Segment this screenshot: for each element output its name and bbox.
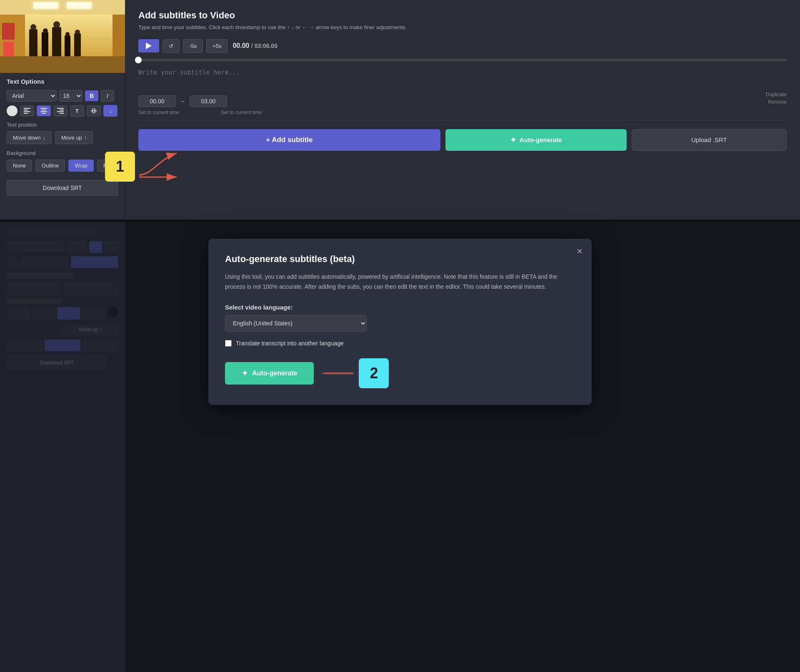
font-family-select[interactable]: Arial Helvetica Times New Roman — [7, 90, 57, 102]
annotation-1-area: 1 — [105, 150, 185, 183]
bg-outline-button[interactable]: Outline — [35, 160, 65, 172]
translate-checkbox-row: Translate transcript into another langua… — [225, 340, 575, 347]
progress-bar[interactable] — [138, 59, 787, 61]
annotation-2: 2 — [359, 358, 389, 388]
modal-footer-row: ✦ Auto-generate 2 — [225, 358, 575, 388]
action-area: 1 + Add subti — [138, 129, 787, 151]
align-row: T ↓ — [0, 103, 125, 118]
video-thumbnail — [0, 0, 125, 73]
move-down-label: Move down — [13, 135, 40, 141]
subtitle-time-row: – — [138, 95, 787, 107]
move-down-arrow-icon: ↓ — [42, 135, 45, 141]
right-panel: Add subtitles to Video Type and time you… — [125, 0, 800, 220]
svg-rect-2 — [24, 111, 30, 112]
svg-rect-10 — [57, 111, 64, 112]
time-dash: – — [181, 97, 185, 105]
svg-rect-12 — [91, 110, 97, 111]
sparkle-icon: ✦ — [510, 135, 516, 145]
svg-rect-4 — [40, 108, 47, 109]
total-time-display: / 03:06.00 — [251, 42, 278, 49]
annotation-2-area: 2 — [322, 358, 389, 388]
svg-rect-0 — [24, 108, 30, 109]
download-srt-button[interactable]: Download SRT — [7, 180, 118, 196]
svg-rect-8 — [57, 108, 64, 109]
bg-wrap-button[interactable]: Wrap — [68, 160, 94, 172]
plus5-button[interactable]: +5s — [206, 39, 228, 53]
modal-dialog: Auto-generate subtitles (beta) × Using t… — [208, 239, 592, 405]
subtitle-divider — [138, 120, 787, 121]
italic-button[interactable]: I — [101, 90, 114, 102]
svg-rect-3 — [24, 113, 28, 114]
duplicate-remove-area: Duplicate Remove — [766, 92, 787, 105]
panel-description: Type and time your subtitles. Click each… — [138, 23, 787, 32]
font-row: Arial Helvetica Times New Roman 18 14 16… — [0, 88, 125, 103]
move-down-button[interactable]: Move down ↓ — [7, 131, 52, 144]
current-time-display: 00.00 / 03:06.00 — [232, 42, 278, 50]
auto-generate-button[interactable]: ✦ Auto-generate — [445, 129, 627, 151]
bold-button[interactable]: B — [85, 90, 98, 101]
move-up-button[interactable]: Move up ↑ — [55, 131, 93, 144]
move-up-label: Move up — [61, 135, 82, 141]
action-row: + Add subtitle ✦ Auto-generate Upload .S… — [138, 129, 787, 151]
add-subtitle-button[interactable]: + Add subtitle — [138, 129, 440, 151]
align-left-button[interactable] — [20, 105, 34, 116]
move-up-arrow-icon: ↑ — [84, 135, 87, 141]
annotation-2-arrow — [322, 367, 355, 380]
translate-checkbox[interactable] — [225, 340, 232, 347]
select-language-label: Select video language: — [225, 304, 575, 311]
svg-rect-6 — [40, 111, 47, 112]
progress-knob[interactable] — [135, 57, 142, 63]
text-valign-middle-button[interactable] — [87, 105, 101, 116]
remove-link[interactable]: Remove — [768, 99, 787, 105]
annotation-1-arrows — [135, 150, 185, 183]
translate-checkbox-label: Translate transcript into another langua… — [236, 340, 344, 347]
auto-generate-label: Auto-generate — [520, 136, 562, 143]
modal-title: Auto-generate subtitles (beta) — [225, 254, 575, 265]
annotation-1: 1 — [105, 152, 135, 182]
minus5-button[interactable]: -5s — [183, 39, 203, 53]
top-section: Text Options Arial Helvetica Times New R… — [0, 0, 800, 221]
color-circle-button[interactable] — [7, 105, 18, 116]
language-select[interactable]: English (United States) English (United … — [225, 315, 367, 332]
text-options-header: Text Options — [0, 73, 125, 88]
play-button[interactable] — [138, 39, 159, 52]
set-start-time-link[interactable]: Set to current time — [138, 110, 179, 115]
svg-rect-7 — [42, 113, 46, 114]
font-size-select[interactable]: 18 14 16 20 24 — [59, 90, 82, 102]
modal-description: Using this tool, you can add subtitles a… — [225, 272, 575, 292]
upload-srt-button[interactable]: Upload .SRT — [632, 129, 787, 151]
end-time-input[interactable] — [190, 95, 227, 107]
align-right-button[interactable] — [53, 105, 68, 116]
rewind-button[interactable]: ↺ — [162, 39, 180, 53]
text-valign-top-button[interactable]: T — [70, 105, 84, 117]
left-panel: Text Options Arial Helvetica Times New R… — [0, 0, 125, 220]
start-time-input[interactable] — [138, 95, 176, 107]
panel-title: Add subtitles to Video — [138, 10, 787, 21]
bottom-section: Move up ↑ Download SRT Auto-generate sub… — [0, 222, 800, 672]
text-valign-bottom-button[interactable]: ↓ — [103, 105, 118, 117]
duplicate-link[interactable]: Duplicate — [766, 92, 787, 97]
subtitle-input[interactable] — [138, 69, 787, 90]
move-row: Move down ↓ Move up ↑ — [0, 130, 125, 146]
modal-auto-generate-button[interactable]: ✦ Auto-generate — [225, 362, 314, 385]
modal-sparkle-icon: ✦ — [242, 369, 248, 378]
svg-rect-5 — [42, 110, 46, 110]
svg-rect-9 — [60, 110, 64, 110]
svg-rect-1 — [24, 110, 28, 110]
set-end-time-link[interactable]: Set to current time — [221, 110, 262, 115]
modal-auto-generate-label: Auto-generate — [252, 370, 297, 377]
align-center-button[interactable] — [37, 105, 51, 116]
bg-left-panel: Move up ↑ Download SRT — [0, 222, 125, 672]
svg-rect-11 — [60, 113, 64, 114]
play-icon — [146, 42, 152, 49]
controls-row: ↺ -5s +5s 00.00 / 03:06.00 — [138, 39, 787, 53]
bg-none-button[interactable]: None — [7, 160, 32, 172]
text-position-label: Text position — [0, 118, 125, 130]
modal-close-button[interactable]: × — [577, 246, 582, 256]
